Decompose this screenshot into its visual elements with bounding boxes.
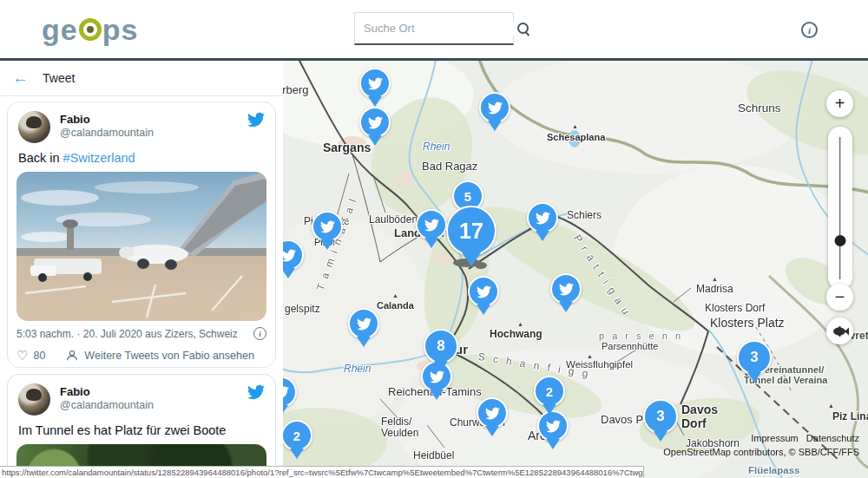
map-label: Veulden — [381, 427, 418, 439]
back-arrow-icon[interactable]: ← — [12, 69, 29, 88]
tweet-marker-pin[interactable] — [283, 377, 297, 408]
hashtag-link[interactable]: #Switzerland — [63, 151, 135, 165]
info-icon[interactable]: i — [801, 22, 818, 38]
tweet-meta: 5:03 nachm. · 20. Juli 2020 aus Zizers, … — [16, 327, 266, 340]
pin-circle — [359, 68, 391, 99]
tweet-author-handle[interactable]: @calandamountain — [60, 399, 154, 411]
map-label: Schruns — [738, 101, 781, 115]
pin-tail — [488, 121, 502, 131]
tweet-cluster-pin[interactable]: 8 — [424, 329, 458, 363]
tweet-cluster-pin[interactable]: 2 — [283, 420, 312, 451]
twitter-bird-icon — [477, 285, 491, 299]
search-box[interactable] — [354, 12, 514, 45]
peak-icon: ▲ — [572, 123, 578, 129]
map-label: Laulböden — [369, 213, 418, 226]
like-count[interactable]: 80 — [33, 350, 45, 362]
tweet-marker-pin[interactable] — [468, 276, 499, 307]
tweet-marker-pin[interactable] — [359, 107, 391, 138]
tweet-marker-pin[interactable] — [359, 68, 391, 99]
avatar[interactable] — [18, 383, 50, 416]
person-icon[interactable] — [66, 350, 78, 362]
avatar[interactable] — [18, 111, 50, 143]
impressum-link[interactable]: Impressum — [751, 433, 798, 443]
heart-icon[interactable]: ♡ — [16, 348, 28, 363]
tweet-photo-airport[interactable] — [16, 172, 266, 321]
pin-circle — [537, 410, 569, 442]
pin-tail — [430, 390, 444, 400]
search-input[interactable] — [364, 22, 516, 35]
tweet-marker-pin[interactable] — [348, 308, 379, 339]
pin-circle — [348, 308, 379, 339]
tweet-marker-pin[interactable] — [527, 202, 558, 233]
twitter-icon[interactable] — [247, 111, 265, 128]
logo-o-icon — [79, 18, 102, 41]
pin-circle: 3 — [737, 340, 772, 375]
pin-circle — [477, 397, 508, 429]
tweet-info-icon[interactable]: i — [253, 327, 266, 340]
pin-tail — [536, 231, 549, 241]
tweet-marker-pin[interactable] — [550, 273, 582, 304]
fish-icon — [832, 325, 849, 337]
tweet-marker-pin[interactable] — [537, 410, 569, 442]
zoom-out-button[interactable]: − — [826, 284, 853, 311]
tweet-cluster-pin[interactable]: 3 — [643, 399, 678, 434]
twitter-bird-icon — [430, 370, 444, 384]
zoom-in-button[interactable]: + — [826, 90, 853, 117]
more-tweets-link[interactable]: Weitere Tweets von Fabio ansehen — [84, 350, 254, 362]
map-attribution: Impressum Datenschutz — [751, 433, 859, 443]
zoom-slider[interactable] — [828, 127, 852, 290]
map-label: Dorf — [681, 416, 707, 430]
cluster-count: 17 — [459, 219, 483, 244]
twitter-bird-icon — [320, 219, 335, 234]
map-canvas[interactable]: erbergSargansRheinBad RagazSchrunsSchesa… — [283, 61, 868, 478]
tweet-card[interactable]: Fabio @calandamountain Back in #Switzerl… — [7, 101, 276, 368]
pin-circle — [359, 107, 391, 138]
pin-circle — [416, 209, 447, 240]
tweet-cluster-pin[interactable]: 17 — [446, 206, 496, 256]
pin-tail — [290, 449, 304, 459]
tweet-author-handle[interactable]: @calandamountain — [60, 127, 154, 139]
tweet-cluster-pin[interactable]: 3 — [737, 340, 772, 375]
map-label: Madrisa — [696, 283, 733, 295]
geops-logo[interactable]: geps — [42, 14, 138, 45]
tweet-text: Back in #Switzerland — [18, 151, 266, 165]
tweet-marker-pin[interactable] — [477, 397, 508, 429]
logo-text-ps: ps — [102, 13, 139, 46]
tweet-card[interactable]: Fabio @calandamountain Im Tunnel es hat … — [7, 374, 276, 478]
twitter-bird-icon — [488, 101, 503, 115]
link-preview-status-bar: https://twitter.com/calandamountain/stat… — [0, 466, 644, 478]
fish-layer-button[interactable] — [826, 318, 853, 344]
tweet-timestamp[interactable]: 5:03 nachm. · 20. Juli 2020 aus Zizers, … — [16, 328, 238, 340]
tweet-actions: ♡ 80 Weitere Tweets von Fabio ansehen — [16, 348, 266, 363]
map-label: Heidbüel — [413, 449, 454, 462]
map-label: Bad Ragaz — [422, 160, 477, 173]
cluster-count: 3 — [750, 349, 758, 366]
datenschutz-link[interactable]: Datenschutz — [806, 433, 859, 443]
peak-icon: ▲ — [587, 353, 593, 359]
map-label: Sargans — [323, 141, 371, 154]
pin-circle — [468, 276, 499, 307]
cluster-count: 2 — [546, 384, 553, 399]
tweet-marker-pin[interactable] — [283, 239, 304, 271]
map-label: Feldis/ — [381, 416, 411, 428]
tweet-author-name[interactable]: Fabio — [60, 385, 90, 398]
tweet-marker-pin[interactable] — [479, 92, 510, 123]
tweet-marker-pin[interactable] — [312, 211, 343, 242]
logo-text-ge: ge — [42, 13, 78, 46]
tweet-marker-pin[interactable] — [416, 209, 447, 240]
tweet-author-name[interactable]: Fabio — [60, 113, 90, 126]
pin-circle — [283, 377, 297, 408]
map-label: Flüelapass — [748, 465, 799, 475]
pin-tail — [542, 404, 556, 415]
map-label: erberg — [283, 83, 309, 96]
pin-tail — [434, 361, 448, 371]
zoom-slider-handle[interactable] — [834, 235, 845, 246]
twitter-bird-icon — [546, 419, 561, 434]
tweet-cluster-pin[interactable]: 2 — [534, 376, 565, 407]
twitter-bird-icon — [536, 211, 550, 226]
twitter-icon[interactable] — [247, 383, 265, 401]
map-label: Klosters Platz — [710, 316, 785, 330]
twitter-bird-icon — [368, 115, 383, 130]
map-label: Calanda — [377, 300, 414, 311]
sidebar-title: Tweet — [43, 71, 75, 85]
